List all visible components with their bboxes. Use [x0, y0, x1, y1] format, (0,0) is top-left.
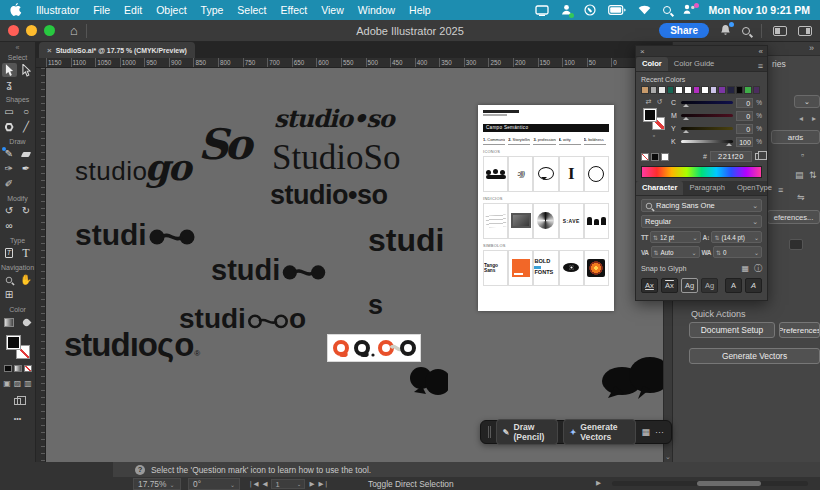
- channel-value-field[interactable]: 0: [736, 98, 753, 108]
- scroll-down-icon[interactable]: ⌄: [665, 453, 671, 461]
- line-tool[interactable]: ╱: [19, 120, 34, 134]
- snap-glyph-bounds-button[interactable]: Ag: [681, 278, 698, 293]
- dock-button-fragment-preferences[interactable]: eferences...: [767, 210, 820, 224]
- mini-swatch-icon[interactable]: ▫: [653, 132, 655, 139]
- speech-bubbles-large[interactable]: [602, 356, 663, 402]
- draw-inside-icon[interactable]: ▥: [24, 379, 32, 388]
- color-swatch[interactable]: [693, 86, 701, 94]
- type-tool[interactable]: T: [19, 246, 34, 260]
- logo-dotlink-2[interactable]: studi: [211, 254, 327, 287]
- color-spectrum-bar[interactable]: [641, 166, 762, 178]
- channel-slider[interactable]: [681, 140, 733, 143]
- snap-xheight-button[interactable]: Ax: [661, 278, 678, 293]
- ruler-corner[interactable]: [36, 58, 46, 68]
- dock-icon[interactable]: ▫: [801, 150, 804, 160]
- screen-mode-icon[interactable]: [14, 398, 21, 405]
- tab-color-guide[interactable]: Color Guide: [668, 57, 721, 71]
- apple-icon[interactable]: [10, 3, 22, 17]
- artboard-tool[interactable]: ⊞: [2, 288, 17, 302]
- logo-fat-italic[interactable]: studio•so: [274, 104, 394, 133]
- panel-collapse-icon[interactable]: «: [16, 45, 20, 50]
- history-icon[interactable]: ▦: [641, 427, 650, 437]
- tab-close-icon[interactable]: ×: [47, 46, 52, 55]
- white-swatch[interactable]: [661, 153, 669, 161]
- libraries-tab-fragment[interactable]: ries: [772, 59, 786, 69]
- gradient-tool[interactable]: [2, 315, 17, 329]
- color-swatch[interactable]: [718, 86, 726, 94]
- lasso-tool[interactable]: ʓ: [2, 78, 17, 92]
- artboard-number-field[interactable]: 1 ⌄: [271, 479, 305, 489]
- canvas[interactable]: studiogo So studio•so StudioSo studio•so…: [46, 68, 663, 462]
- color-swatch[interactable]: [736, 86, 744, 94]
- menu-item[interactable]: View: [321, 4, 344, 16]
- free-transform-tool[interactable]: ↻: [19, 204, 34, 218]
- next-artboard-icon[interactable]: ▶: [309, 480, 314, 488]
- workspace-layout-icon[interactable]: [773, 26, 787, 36]
- gradient-button[interactable]: [14, 365, 22, 372]
- fill-stroke-control[interactable]: [6, 335, 30, 359]
- user-status-icon[interactable]: [561, 4, 572, 17]
- color-swatch[interactable]: [650, 86, 658, 94]
- dock-button-fragment-artboards[interactable]: ards: [771, 130, 820, 144]
- stepper-icon[interactable]: ⇅: [654, 249, 659, 256]
- logo-single-s[interactable]: s: [368, 290, 383, 321]
- prev-artboard-icon[interactable]: ◀: [262, 480, 267, 488]
- rectangle-tool[interactable]: ▭: [2, 105, 17, 119]
- stepper-icon[interactable]: ⇅: [714, 234, 719, 241]
- touch-type-tool[interactable]: T: [2, 246, 17, 260]
- none-swatch[interactable]: [641, 153, 649, 161]
- slider-thumb[interactable]: [683, 104, 689, 107]
- dock-icon[interactable]: ▤: [795, 170, 804, 180]
- dock-badge[interactable]: [789, 239, 803, 250]
- dock-dropdown-fragment[interactable]: ⌄: [794, 95, 820, 108]
- direct-selection-tool[interactable]: [19, 63, 34, 77]
- black-swatch[interactable]: [651, 153, 659, 161]
- channel-slider[interactable]: [681, 101, 733, 104]
- tab-opentype[interactable]: OpenType: [731, 181, 778, 195]
- fill-stroke-control[interactable]: [643, 108, 665, 130]
- chevron-down-icon[interactable]: ⌄: [754, 249, 759, 256]
- zoom-level-dropdown[interactable]: 17.75% ⌄: [133, 478, 181, 490]
- menu-item[interactable]: Select: [237, 4, 266, 16]
- color-swatch[interactable]: [701, 86, 709, 94]
- first-artboard-icon[interactable]: ❘◀: [248, 480, 258, 488]
- color-swatch[interactable]: [684, 86, 692, 94]
- color-swatch[interactable]: [710, 86, 718, 94]
- logo-serif[interactable]: StudioSo: [272, 138, 400, 178]
- scrollbar-thumb[interactable]: [697, 481, 761, 486]
- horizontal-ruler[interactable]: 1150110010501000950900850800750700650600…: [46, 58, 663, 68]
- document-setup-button[interactable]: Document Setup: [689, 322, 775, 338]
- hand-tool[interactable]: ✋: [19, 273, 34, 287]
- dock-collapse-icon[interactable]: »: [809, 43, 814, 53]
- menu-item[interactable]: Help: [409, 4, 431, 16]
- draw-behind-icon[interactable]: ▨: [14, 379, 22, 388]
- slider-thumb[interactable]: [683, 130, 689, 133]
- window-zoom-button[interactable]: [44, 25, 55, 36]
- draw-normal-icon[interactable]: ▣: [3, 379, 11, 388]
- smooth-tool[interactable]: ✐: [2, 177, 17, 191]
- zoom-tool[interactable]: [2, 273, 17, 287]
- more-options-icon[interactable]: ···: [655, 427, 664, 437]
- chevron-down-icon[interactable]: ⌄: [692, 234, 697, 241]
- dock-icon[interactable]: ⇅: [809, 170, 817, 180]
- ellipse-tool[interactable]: ○: [19, 105, 34, 119]
- dock-icon[interactable]: ⇋: [797, 192, 805, 202]
- window-close-button[interactable]: [8, 25, 19, 36]
- channel-value-field[interactable]: 0: [736, 111, 753, 121]
- dock-prev-icon[interactable]: ◂: [799, 114, 803, 123]
- hex-value-field[interactable]: 221f20: [710, 151, 752, 162]
- stepper-icon[interactable]: ⇅: [716, 249, 721, 256]
- preferences-button[interactable]: Preferences: [779, 322, 820, 338]
- color-swatch[interactable]: [667, 86, 675, 94]
- question-mark-icon[interactable]: ?: [135, 465, 145, 475]
- font-style-field[interactable]: Regular ⌄: [641, 215, 762, 228]
- viber-icon[interactable]: [584, 4, 596, 16]
- color-swatch[interactable]: [675, 86, 683, 94]
- color-swatch[interactable]: [753, 86, 761, 94]
- document-tab[interactable]: × StudioSo.ai* @ 17.75 % (CMYK/Preview): [39, 42, 195, 58]
- color-swatch[interactable]: [641, 86, 649, 94]
- rotation-dropdown[interactable]: 0° ⌄: [188, 478, 240, 490]
- menu-item[interactable]: Edit: [124, 4, 142, 16]
- tab-paragraph[interactable]: Paragraph: [683, 181, 730, 195]
- tracking-field[interactable]: ⇅ 0 ⌄: [713, 246, 762, 258]
